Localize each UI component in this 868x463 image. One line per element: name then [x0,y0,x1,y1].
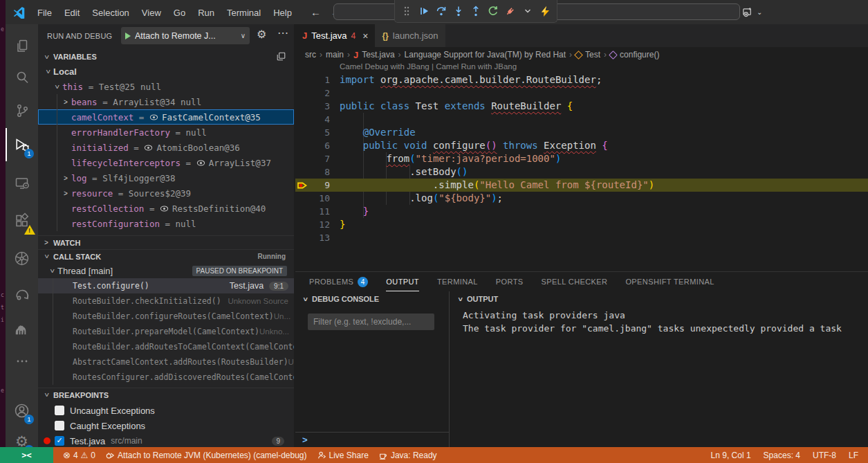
debug-console-filter-input[interactable] [308,314,434,330]
restart-icon[interactable] [487,5,499,17]
watch-section-header[interactable]: WATCH [38,235,294,249]
encoding[interactable]: UTF-8 [813,451,836,460]
variable-row[interactable]: beans = ArrayList@34 null [38,94,294,109]
stack-frame-row[interactable]: RouteBuilder.checkInitialized()Unknown S… [38,293,294,309]
eol-sequence[interactable]: LF [849,451,858,460]
panel-tab-openshift-terminal[interactable]: OPENSHIFT TERMINAL [625,272,714,291]
variable-row[interactable]: restConfiguration = null [38,216,294,231]
breadcrumb-item[interactable]: src [305,50,316,60]
debug-console-header[interactable]: DEBUG CONSOLE [295,291,449,307]
search-icon[interactable] [6,62,38,93]
sidebar-more-icon[interactable]: ⋯ [277,26,289,39]
codelens-actions[interactable]: Camel Debug with JBang | Camel Run with … [295,62,868,73]
layout-chevron-icon[interactable]: ⌄ [757,8,762,16]
chevron-icon[interactable] [48,265,56,276]
menu-help[interactable]: Help [267,5,298,21]
chevron-icon[interactable] [456,293,464,305]
code-line[interactable]: 6 public void configure() throws Excepti… [295,139,868,152]
variable-row[interactable]: Local [38,64,294,79]
chevron-icon[interactable] [60,98,71,106]
code-line[interactable]: 5 @Override [295,126,868,139]
kubernetes-icon[interactable] [6,243,38,273]
remote-explorer-icon[interactable] [6,168,38,199]
debug-settings-gear-icon[interactable]: ⚙ [257,28,266,41]
breadcrumb-item[interactable]: main [326,50,344,60]
output-log[interactable]: Activating task providers javaThe task p… [450,307,868,335]
code-line[interactable]: 13 [295,231,868,244]
breakpoint-checkbox[interactable] [55,421,64,430]
panel-tab-spell-checker[interactable]: SPELL CHECKER [542,272,608,291]
remote-indicator[interactable]: >< [0,447,53,463]
thread-row[interactable]: Thread [main] PAUSED ON BREAKPOINT [38,263,294,278]
explorer-icon[interactable] [6,31,38,62]
tab-test-java[interactable]: J Test.java 4 × [295,24,375,47]
code-line[interactable]: 9 .simple("Hello Camel from ${routeId}") [295,179,868,192]
code-line[interactable]: 10 .log("${body}"); [295,192,868,205]
eye-icon[interactable] [149,113,158,122]
chevron-icon[interactable] [60,190,71,197]
launch-config-dropdown[interactable]: Attach to Remote J... ∨ [121,27,250,44]
menu-selection[interactable]: Selection [86,5,135,21]
tab-launch-json[interactable]: {} launch.json [375,24,445,47]
extensions-icon[interactable] [6,206,38,236]
breakpoint-checkbox[interactable] [55,406,64,415]
menu-run[interactable]: Run [192,5,221,21]
back-arrow-icon[interactable]: ← [311,6,321,18]
variable-row[interactable]: restCollection = RestsDefinition@40 [38,201,294,216]
breakpoints-section-header[interactable]: BREAKPOINTS [38,388,294,401]
openshift-icon[interactable] [6,279,38,309]
stack-frame-row[interactable]: RoutesConfigurer.addDiscoveredRoutes(Cam… [38,370,294,385]
live-share-status[interactable]: Live Share [317,451,369,460]
close-icon[interactable]: × [362,30,368,42]
code-line[interactable]: 1import org.apache.camel.builder.RouteBu… [295,73,868,87]
menu-go[interactable]: Go [167,5,192,21]
chevron-icon[interactable] [43,390,50,401]
menu-view[interactable]: View [136,5,167,21]
eye-icon[interactable] [144,143,153,152]
breadcrumb-item[interactable]: configure() [620,50,659,60]
stack-frame-row[interactable]: Test.configure()Test.java9:1 [38,278,294,293]
panel-tab-terminal[interactable]: TERMINAL [437,272,478,291]
call-stack-section-header[interactable]: CALL STACK Running [38,249,294,263]
code-line[interactable]: 12} [295,218,868,231]
code-area[interactable]: 1import org.apache.camel.builder.RouteBu… [295,73,868,244]
panel-tab-ports[interactable]: PORTS [496,272,524,291]
code-line[interactable]: 2 [295,87,868,100]
camel-icon[interactable] [6,314,38,344]
run-and-debug-icon[interactable]: 1 [6,129,38,160]
variable-row[interactable]: camelContext = FastCamelContext@35 [38,109,294,125]
code-line[interactable]: 3public class Test extends RouteBuilder … [295,100,868,113]
debug-console-input-row[interactable]: > [295,432,449,447]
layout-icon[interactable] [741,6,753,18]
chevron-icon[interactable] [44,66,52,77]
variable-row[interactable]: errorHandlerFactory = null [38,125,294,140]
breakpoint-paused-icon[interactable] [295,179,309,192]
debug-target-status[interactable]: Attach to Remote JVM (Kubernetes) (camel… [105,451,306,460]
step-over-icon[interactable] [435,5,447,17]
breadcrumb-item[interactable]: Language Support for Java(TM) by Red Hat [405,50,566,60]
chevron-icon[interactable] [53,81,61,92]
start-debug-icon[interactable] [125,33,131,39]
eye-icon[interactable] [196,158,205,167]
stack-frame-row[interactable]: RouteBuilder.prepareModel(CamelContext)U… [38,324,294,339]
chevron-icon[interactable] [41,239,52,246]
java-status[interactable]: Java: Ready [378,451,437,460]
chevron-icon[interactable] [60,174,71,182]
menu-file[interactable]: File [31,5,58,21]
problems-status[interactable]: 4 0 [63,450,95,460]
indentation[interactable]: Spaces: 4 [764,451,800,460]
code-line[interactable]: 4 [295,113,868,126]
step-into-icon[interactable] [452,5,465,17]
breakpoint-row[interactable]: Test.javasrc/main9 [38,433,294,447]
output-header[interactable]: OUTPUT [450,291,868,307]
stack-frame-row[interactable]: RouteBuilder.addRoutesToCamelContext(Cam… [38,339,294,354]
variable-row[interactable]: log = Slf4jLogger@38 [38,170,294,185]
chevron-icon[interactable] [43,251,50,262]
eye-icon[interactable] [160,204,169,213]
lightning-icon[interactable] [539,5,551,17]
accounts-icon[interactable]: 1 [6,395,38,426]
stack-frame-row[interactable]: AbstractCamelContext.addRoutes(RoutesBui… [38,354,294,370]
panel-tab-problems[interactable]: PROBLEMS4 [309,272,368,291]
code-line[interactable]: 7 from("timer:java?period=1000") [295,152,868,165]
panel-tab-output[interactable]: OUTPUT [386,272,419,291]
